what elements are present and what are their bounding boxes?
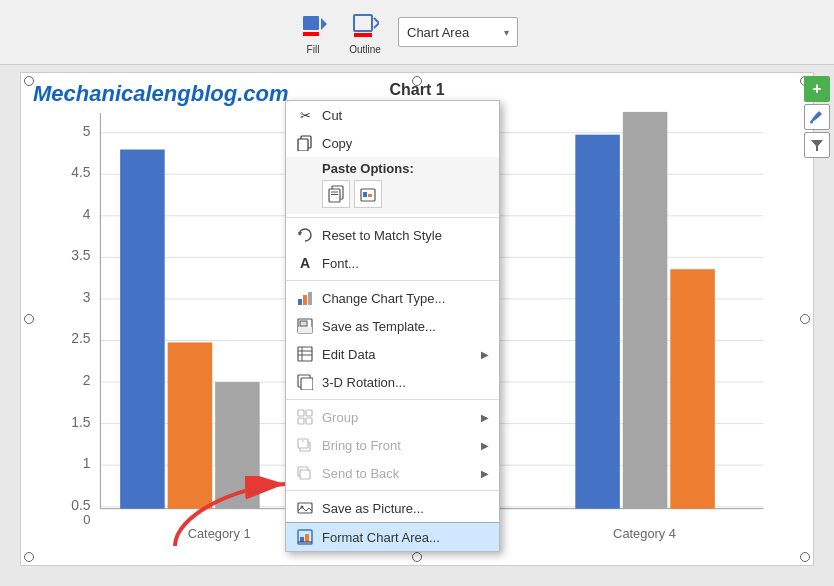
menu-item-change-chart-type[interactable]: Change Chart Type... bbox=[286, 284, 499, 312]
fill-button[interactable]: Fill bbox=[290, 5, 336, 60]
svg-point-35 bbox=[810, 121, 813, 124]
svg-rect-67 bbox=[300, 470, 310, 479]
svg-rect-2 bbox=[354, 15, 372, 31]
svg-rect-68 bbox=[298, 503, 312, 513]
svg-rect-45 bbox=[368, 194, 372, 197]
side-panel: + bbox=[800, 72, 834, 162]
menu-item-font[interactable]: A Font... bbox=[286, 249, 499, 277]
copy-icon bbox=[296, 134, 314, 152]
menu-item-save-as-picture[interactable]: Save as Picture... bbox=[286, 494, 499, 522]
svg-rect-29 bbox=[215, 382, 260, 509]
svg-rect-48 bbox=[303, 295, 307, 305]
svg-text:3: 3 bbox=[83, 289, 91, 305]
send-to-back-arrow: ▶ bbox=[481, 468, 489, 479]
svg-text:5: 5 bbox=[83, 123, 91, 139]
svg-rect-28 bbox=[168, 342, 213, 508]
group-arrow: ▶ bbox=[481, 412, 489, 423]
svg-text:0.5: 0.5 bbox=[71, 497, 91, 513]
format-chart-area-icon bbox=[296, 528, 314, 546]
filter-icon bbox=[810, 138, 824, 152]
svg-rect-3 bbox=[354, 33, 372, 37]
svg-rect-31 bbox=[575, 135, 620, 509]
separator-3 bbox=[286, 399, 499, 400]
edit-data-arrow: ▶ bbox=[481, 349, 489, 360]
fill-icon bbox=[297, 10, 329, 42]
svg-rect-59 bbox=[298, 410, 304, 416]
cut-icon: ✂ bbox=[296, 106, 314, 124]
menu-item-copy[interactable]: Copy bbox=[286, 129, 499, 157]
svg-rect-60 bbox=[306, 410, 312, 416]
watermark: Mechanicalengblog.com bbox=[33, 81, 289, 107]
svg-text:3.5: 3.5 bbox=[71, 247, 91, 263]
menu-label-reset-style: Reset to Match Style bbox=[322, 228, 489, 243]
menu-item-3d-rotation[interactable]: 3-D Rotation... bbox=[286, 368, 499, 396]
chart-area-dropdown[interactable]: Chart Area ▾ bbox=[398, 17, 518, 47]
add-element-button[interactable]: + bbox=[804, 76, 830, 102]
svg-rect-32 bbox=[623, 112, 668, 509]
menu-item-bring-to-front[interactable]: Bring to Front ▶ bbox=[286, 431, 499, 459]
svg-rect-27 bbox=[120, 150, 165, 509]
save-as-picture-icon bbox=[296, 499, 314, 517]
ribbon-button-group: Fill Outline bbox=[290, 5, 388, 60]
svg-rect-0 bbox=[303, 16, 319, 30]
separator-4 bbox=[286, 490, 499, 491]
handle-middle-right[interactable] bbox=[800, 314, 810, 324]
brush-button[interactable] bbox=[804, 104, 830, 130]
handle-bottom-right[interactable] bbox=[800, 552, 810, 562]
paste-icon-2[interactable] bbox=[354, 180, 382, 208]
menu-item-format-chart-area[interactable]: Format Chart Area... bbox=[286, 522, 499, 551]
bring-to-front-icon bbox=[296, 436, 314, 454]
svg-rect-53 bbox=[298, 347, 312, 361]
svg-text:Category 1: Category 1 bbox=[188, 526, 251, 541]
save-template-icon bbox=[296, 317, 314, 335]
brush-icon bbox=[809, 109, 825, 125]
svg-text:1: 1 bbox=[83, 455, 91, 471]
menu-label-change-chart-type: Change Chart Type... bbox=[322, 291, 489, 306]
svg-rect-40 bbox=[329, 189, 340, 202]
dropdown-text: Chart Area bbox=[407, 25, 500, 40]
svg-rect-58 bbox=[301, 378, 313, 390]
menu-label-group: Group bbox=[322, 410, 473, 425]
svg-text:1.5: 1.5 bbox=[71, 414, 91, 430]
menu-item-reset-style[interactable]: Reset to Match Style bbox=[286, 221, 499, 249]
svg-rect-1 bbox=[303, 32, 319, 36]
group-icon bbox=[296, 408, 314, 426]
outline-icon bbox=[349, 10, 381, 42]
svg-rect-72 bbox=[305, 534, 309, 542]
menu-label-send-to-back: Send to Back bbox=[322, 466, 473, 481]
menu-label-save-as-picture: Save as Picture... bbox=[322, 501, 489, 516]
menu-item-save-as-template[interactable]: Save as Template... bbox=[286, 312, 499, 340]
svg-rect-44 bbox=[363, 192, 367, 197]
menu-item-send-to-back[interactable]: Send to Back ▶ bbox=[286, 459, 499, 487]
paste-options-label: Paste Options: bbox=[296, 161, 489, 176]
svg-rect-51 bbox=[298, 327, 312, 333]
menu-item-edit-data[interactable]: Edit Data ▶ bbox=[286, 340, 499, 368]
svg-rect-47 bbox=[298, 299, 302, 305]
reset-style-icon bbox=[296, 226, 314, 244]
svg-text:Category 4: Category 4 bbox=[613, 526, 676, 541]
handle-middle-left[interactable] bbox=[24, 314, 34, 324]
menu-label-3d-rotation: 3-D Rotation... bbox=[322, 375, 489, 390]
paste-icon-1[interactable] bbox=[322, 180, 350, 208]
handle-bottom-left[interactable] bbox=[24, 552, 34, 562]
menu-label-save-as-template: Save as Template... bbox=[322, 319, 489, 334]
menu-label-copy: Copy bbox=[322, 136, 489, 151]
svg-rect-52 bbox=[300, 321, 307, 326]
menu-label-bring-to-front: Bring to Front bbox=[322, 438, 473, 453]
svg-text:4.5: 4.5 bbox=[71, 164, 91, 180]
menu-label-cut: Cut bbox=[322, 108, 489, 123]
outline-label: Outline bbox=[349, 44, 381, 55]
bring-to-front-arrow: ▶ bbox=[481, 440, 489, 451]
filter-button[interactable] bbox=[804, 132, 830, 158]
menu-item-cut[interactable]: ✂ Cut bbox=[286, 101, 499, 129]
svg-rect-49 bbox=[308, 292, 312, 305]
menu-label-edit-data: Edit Data bbox=[322, 347, 473, 362]
menu-label-format-chart-area: Format Chart Area... bbox=[322, 530, 489, 545]
svg-rect-33 bbox=[670, 269, 715, 508]
outline-button[interactable]: Outline bbox=[342, 5, 388, 60]
svg-rect-61 bbox=[298, 418, 304, 424]
separator-1 bbox=[286, 217, 499, 218]
menu-item-group[interactable]: Group ▶ bbox=[286, 403, 499, 431]
dropdown-arrow-icon: ▾ bbox=[504, 27, 509, 38]
svg-rect-62 bbox=[306, 418, 312, 424]
